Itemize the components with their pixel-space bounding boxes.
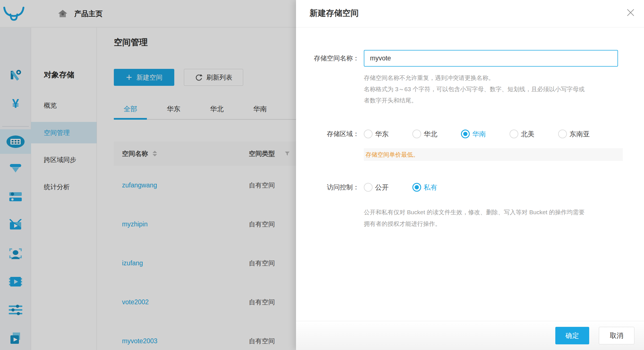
screen: 产品主页 ¥ xyxy=(0,0,644,350)
radio-circle-icon xyxy=(558,130,567,138)
region-radio-group: 华东 华北 华南 北美 东南亚 xyxy=(364,130,590,138)
radio-circle-icon xyxy=(364,183,373,192)
bucket-name-input[interactable] xyxy=(364,50,618,67)
drawer-title: 新建存储空间 xyxy=(310,0,359,27)
access-help: 公开和私有仅对 Bucket 的读文件生效，修改、删除、写入等对 Bucket … xyxy=(364,206,585,229)
bucket-name-label: 存储空间名称： xyxy=(296,50,359,67)
region-price-note: 存储空间单价最低。 xyxy=(364,148,623,161)
radio-public[interactable]: 公开 xyxy=(364,183,389,192)
drawer-footer: 确定 取消 xyxy=(296,321,644,350)
radio-huabei[interactable]: 华北 xyxy=(412,130,437,139)
radio-huanan[interactable]: 华南 xyxy=(461,130,486,139)
radio-private[interactable]: 私有 xyxy=(412,183,437,192)
cancel-button[interactable]: 取消 xyxy=(599,327,634,344)
confirm-button[interactable]: 确定 xyxy=(555,327,589,344)
radio-circle-icon xyxy=(510,130,518,138)
close-icon[interactable] xyxy=(626,8,635,17)
radio-dongnanya[interactable]: 东南亚 xyxy=(558,130,590,139)
radio-beimei[interactable]: 北美 xyxy=(510,130,534,139)
access-radio-group: 公开 私有 xyxy=(364,183,437,192)
drawer-header: 新建存储空间 xyxy=(296,0,644,27)
radio-circle-icon xyxy=(412,183,421,192)
access-label: 访问控制： xyxy=(296,183,359,192)
radio-huadong[interactable]: 华东 xyxy=(364,130,389,139)
radio-circle-icon xyxy=(412,130,421,138)
create-bucket-drawer: 新建存储空间 存储空间名称： 存储空间名称不允许重复，遇到冲突请更换名称。 名称… xyxy=(296,0,644,350)
radio-circle-icon xyxy=(364,130,373,138)
region-label: 存储区域： xyxy=(296,130,359,138)
radio-circle-icon xyxy=(461,130,470,138)
bucket-name-help: 存储空间名称不允许重复，遇到冲突请更换名称。 名称格式为 3～63 个字符，可以… xyxy=(364,72,585,106)
